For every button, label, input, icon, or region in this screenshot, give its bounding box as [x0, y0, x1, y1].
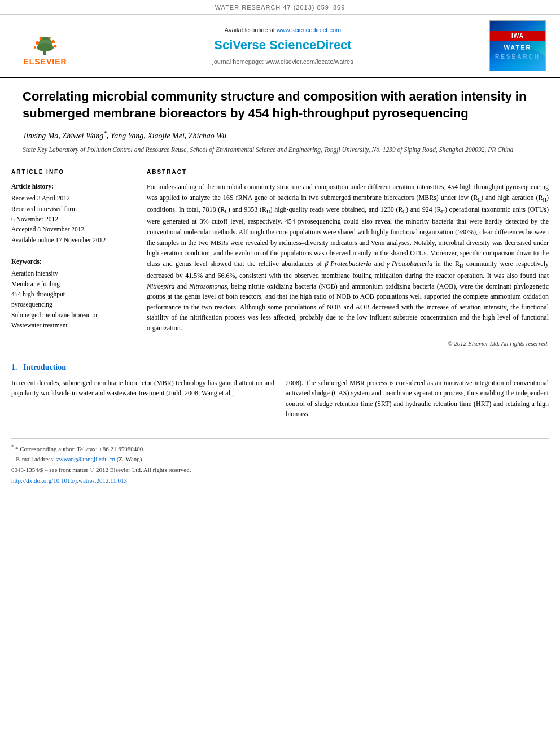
journal-citation: WATER RESEARCH 47 (2013) 859–869 [215, 4, 345, 11]
svg-point-6 [40, 37, 42, 40]
revised-date: 6 November 2012 [11, 214, 124, 224]
svg-point-7 [51, 40, 55, 43]
keyword-2: Membrane fouling [11, 279, 124, 289]
journal-cover: IWA WATER RESEARCH [489, 20, 546, 71]
keyword-6: Wastewater treatment [11, 320, 124, 330]
svg-point-4 [37, 43, 54, 51]
publisher-logo-area: ELSEVIER [11, 20, 79, 71]
intro-right-text: 2008). The submerged MBR process is cons… [286, 379, 549, 418]
cover-waves-decoration [490, 48, 545, 71]
svg-point-8 [49, 37, 51, 39]
keywords-label: Keywords: [11, 257, 124, 266]
main-content-area: ARTICLE INFO Article history: Received 3… [0, 160, 560, 356]
history-label: Article history: [11, 182, 124, 191]
keyword-3: 454 high-throughput [11, 289, 124, 299]
footer-divider [11, 438, 549, 439]
email-link[interactable]: zwwang@tongji.edu.cn [56, 456, 115, 462]
intro-columns: In recent decades, submerged membrane bi… [11, 378, 549, 420]
keywords-list: Aeration intensity Membrane fouling 454 … [11, 268, 124, 330]
abstract-text: For understanding of the microbial commu… [147, 182, 549, 334]
keyword-4: pyrosequencing [11, 299, 124, 309]
article-title: Correlating microbial community structur… [23, 88, 537, 121]
info-divider [11, 252, 124, 252]
journal-cover-area: IWA WATER RESEARCH [487, 20, 549, 71]
intro-number: 1. [11, 363, 18, 372]
keyword-5: Submerged membrane bioreactor [11, 310, 124, 320]
header-area: ELSEVIER Available online at www.science… [0, 15, 560, 78]
introduction-section: 1. Introduction In recent decades, subme… [0, 356, 560, 429]
email-line: E-mail address: zwwang@tongji.edu.cn (Z.… [11, 454, 549, 465]
svg-point-10 [54, 45, 57, 48]
svg-point-9 [34, 46, 36, 49]
accepted-date: Accepted 8 November 2012 [11, 224, 124, 234]
abstract-column: ABSTRACT For understanding of the microb… [135, 168, 549, 348]
revised-label: Received in revised form [11, 204, 124, 214]
journal-homepage: journal homepage: www.elsevier.com/locat… [212, 58, 353, 66]
available-online-date: Available online 17 November 2012 [11, 235, 124, 245]
article-info-column: ARTICLE INFO Article history: Received 3… [11, 168, 135, 348]
footer-notes: * * Corresponding author. Tel./fax: +86 … [0, 429, 560, 491]
affiliation-text: State Key Laboratory of Pollution Contro… [23, 145, 537, 154]
intro-heading: 1. Introduction [11, 362, 549, 373]
available-online-label: Available online at www.sciencedirect.co… [225, 26, 341, 34]
article-history-group: Article history: Received 3 April 2012 R… [11, 182, 124, 245]
elsevier-wordmark: ELSEVIER [23, 56, 67, 68]
intro-title: Introduction [23, 363, 66, 372]
sciverse-logo: SciVerse ScienceDirect [214, 37, 351, 54]
intro-right-col: 2008). The submerged MBR process is cons… [286, 378, 549, 420]
abstract-header: ABSTRACT [147, 168, 549, 176]
keyword-1: Aeration intensity [11, 268, 124, 278]
authors-line: Jinxing Ma, Zhiwei Wang*, Yang Yang, Xia… [23, 130, 537, 142]
license-text: 0043-1354/$ – see front matter © 2012 El… [11, 465, 549, 475]
sciencedirect-link[interactable]: www.sciencedirect.com [277, 27, 341, 33]
page-wrapper: WATER RESEARCH 47 (2013) 859–869 [0, 0, 560, 491]
journal-topbar: WATER RESEARCH 47 (2013) 859–869 [0, 0, 560, 15]
title-section: Correlating microbial community structur… [0, 78, 560, 160]
journal-info-center: Available online at www.sciencedirect.co… [85, 20, 481, 71]
intro-left-col: In recent decades, submerged membrane bi… [11, 378, 274, 420]
email-suffix: (Z. Wang). [117, 456, 143, 462]
elsevier-logo [20, 24, 71, 55]
received-date: Received 3 April 2012 [11, 193, 124, 203]
doi-link[interactable]: http://dx.doi.org/10.1016/j.watres.2012.… [11, 477, 127, 484]
keywords-group: Keywords: Aeration intensity Membrane fo… [11, 257, 124, 330]
copyright-text: © 2012 Elsevier Ltd. All rights reserved… [147, 339, 549, 348]
authors-text: Jinxing Ma, Zhiwei Wang*, Yang Yang, Xia… [23, 132, 226, 140]
doi-line: http://dx.doi.org/10.1016/j.watres.2012.… [11, 475, 549, 486]
elsevier-tree-icon [28, 34, 62, 55]
article-info-header: ARTICLE INFO [11, 168, 124, 176]
intro-left-text: In recent decades, submerged membrane bi… [11, 379, 274, 397]
corresponding-author: * * Corresponding author. Tel./fax: +86 … [11, 443, 549, 454]
email-label: E-mail address: [16, 456, 55, 462]
svg-point-5 [36, 41, 39, 45]
iwa-label: IWA [490, 31, 545, 41]
